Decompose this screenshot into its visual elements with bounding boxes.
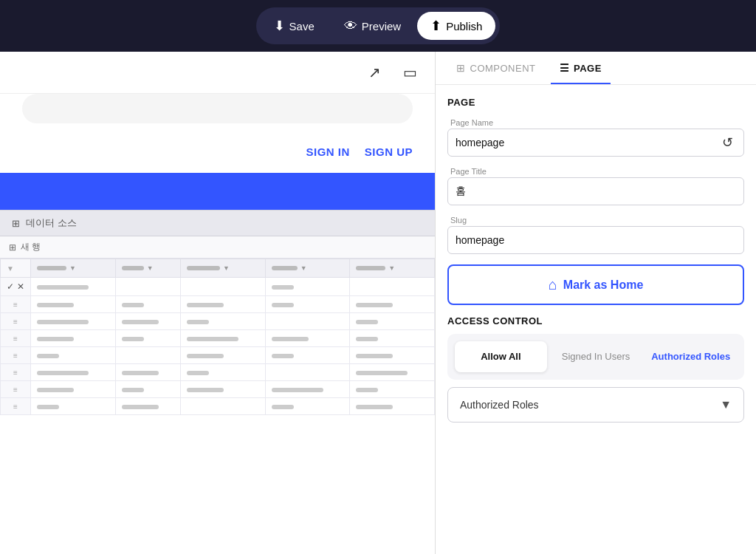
cell-value — [122, 405, 159, 409]
page-tab-icon: ☰ — [560, 62, 570, 74]
row-indicator: ≡ — [7, 318, 24, 326]
table-header-row: ▼ ▼ ▼ ▼ ▼ — [1, 259, 435, 278]
mark-as-home-button[interactable]: ⌂ Mark as Home — [447, 264, 744, 305]
cell-value — [187, 303, 224, 307]
canvas-top-bar: ↗ ▭ — [0, 52, 435, 94]
table-header-col4[interactable]: ▼ — [265, 259, 350, 278]
row-indicator: ≡ — [7, 369, 24, 377]
sign-in-link[interactable]: SIGN IN — [306, 146, 349, 158]
tab-component[interactable]: ⊞ COMPONENT — [447, 52, 545, 84]
authorized-roles-dropdown[interactable]: Authorized Roles ▼ — [447, 387, 744, 423]
cell-value — [356, 405, 393, 409]
preview-icon: 👁 — [344, 18, 357, 34]
data-source-label: 데이터 소스 — [26, 216, 77, 230]
cell-value — [187, 354, 224, 358]
publish-label: Publish — [446, 20, 482, 33]
page-title-input[interactable] — [456, 178, 736, 205]
cell-value — [187, 371, 209, 375]
cell-value — [187, 320, 209, 324]
row-indicator: ≡ — [7, 352, 24, 360]
slug-input[interactable] — [456, 227, 736, 253]
cell-value — [187, 337, 238, 341]
save-label: Save — [289, 20, 315, 33]
cell-value — [122, 371, 159, 375]
check-icon[interactable]: ✓ — [7, 281, 14, 292]
canvas-nav: SIGN IN SIGN UP — [0, 131, 435, 173]
panel-tabs: ⊞ COMPONENT ☰ PAGE — [436, 52, 756, 85]
cell-value — [272, 388, 323, 392]
table-header-col3[interactable]: ▼ — [180, 259, 265, 278]
cell-value — [356, 371, 408, 375]
table-row: ≡ — [1, 381, 435, 398]
table-row: ≡ — [1, 313, 435, 330]
page-title-field: Page Title — [447, 167, 744, 205]
external-link-button[interactable]: ↗ — [361, 59, 388, 86]
cell-value — [356, 388, 378, 392]
publish-icon: ⬆ — [430, 18, 441, 34]
cell-value — [272, 303, 294, 307]
table-header-checkbox: ▼ — [1, 259, 31, 278]
cell-value — [187, 388, 224, 392]
cell-value — [272, 337, 309, 341]
table-row: ≡ — [1, 398, 435, 415]
authorized-roles-option[interactable]: Authorized Roles — [645, 341, 737, 372]
row-indicator: ≡ — [7, 386, 24, 394]
publish-button[interactable]: ⬆ Publish — [417, 12, 495, 40]
table-row: ✓ ✕ — [1, 278, 435, 296]
page-title-input-wrap — [447, 177, 744, 205]
allow-all-option[interactable]: Allow All — [455, 341, 547, 372]
cross-icon[interactable]: ✕ — [17, 281, 24, 292]
table-header-col5[interactable]: ▼ — [350, 259, 435, 278]
new-row-icon: ⊞ — [9, 242, 16, 253]
cell-value — [356, 354, 393, 358]
sign-up-link[interactable]: SIGN UP — [365, 146, 413, 158]
table-container: ▼ ▼ ▼ ▼ ▼ — [0, 259, 435, 554]
access-control-title: ACCESS CONTROL — [447, 315, 744, 326]
table-header-col1[interactable]: ▼ — [31, 259, 116, 278]
cell-value — [37, 285, 89, 290]
tab-page[interactable]: ☰ PAGE — [551, 52, 611, 84]
toolbar: ⬇ Save 👁 Preview ⬆ Publish — [0, 0, 756, 52]
table-toolbar: ⊞ 새 행 — [0, 236, 435, 259]
component-tab-icon: ⊞ — [456, 62, 466, 74]
sort-icon: ▼ — [7, 264, 14, 273]
table-row: ≡ — [1, 347, 435, 364]
data-source-bar[interactable]: ⊞ 데이터 소스 — [0, 210, 435, 236]
page-tab-label: PAGE — [574, 63, 602, 74]
page-name-field: Page Name ↺ — [447, 118, 744, 157]
page-name-input[interactable] — [456, 129, 719, 156]
allow-all-label: Allow All — [481, 351, 520, 362]
cell-value — [37, 371, 89, 375]
cell-value — [356, 320, 378, 324]
access-options: Allow All Signed In Users Authorized Rol… — [447, 334, 744, 380]
cell-value — [122, 337, 144, 341]
preview-button[interactable]: 👁 Preview — [331, 13, 414, 40]
page-name-refresh-button[interactable]: ↺ — [719, 131, 736, 154]
row-indicator: ≡ — [7, 403, 24, 411]
table-toolbar-label: 새 행 — [21, 241, 41, 253]
cell-value — [37, 320, 89, 324]
external-link-icon: ↗ — [368, 64, 381, 81]
slug-field: Slug — [447, 216, 744, 254]
cell-value — [272, 285, 294, 290]
page-name-label: Page Name — [447, 118, 744, 127]
cell-value — [37, 303, 74, 307]
signed-in-label: Signed In Users — [562, 351, 630, 362]
table-header-col2[interactable]: ▼ — [115, 259, 180, 278]
data-table: ▼ ▼ ▼ ▼ ▼ — [0, 259, 435, 415]
cell-value — [272, 405, 294, 409]
mobile-view-button[interactable]: ▭ — [396, 59, 423, 86]
save-button[interactable]: ⬇ Save — [261, 12, 328, 40]
slug-input-wrap — [447, 226, 744, 254]
cell-value — [122, 388, 144, 392]
cell-value — [37, 388, 74, 392]
canvas-search-bar — [22, 94, 413, 123]
mark-home-label: Mark as Home — [563, 278, 644, 292]
slug-label: Slug — [447, 216, 744, 225]
blue-banner — [0, 173, 435, 210]
toolbar-pill: ⬇ Save 👁 Preview ⬆ Publish — [256, 7, 501, 44]
signed-in-option[interactable]: Signed In Users — [550, 341, 642, 372]
mobile-icon: ▭ — [403, 64, 417, 81]
right-panel: ⊞ COMPONENT ☰ PAGE PAGE Page Name ↺ — [436, 52, 756, 554]
cell-value — [37, 337, 74, 341]
